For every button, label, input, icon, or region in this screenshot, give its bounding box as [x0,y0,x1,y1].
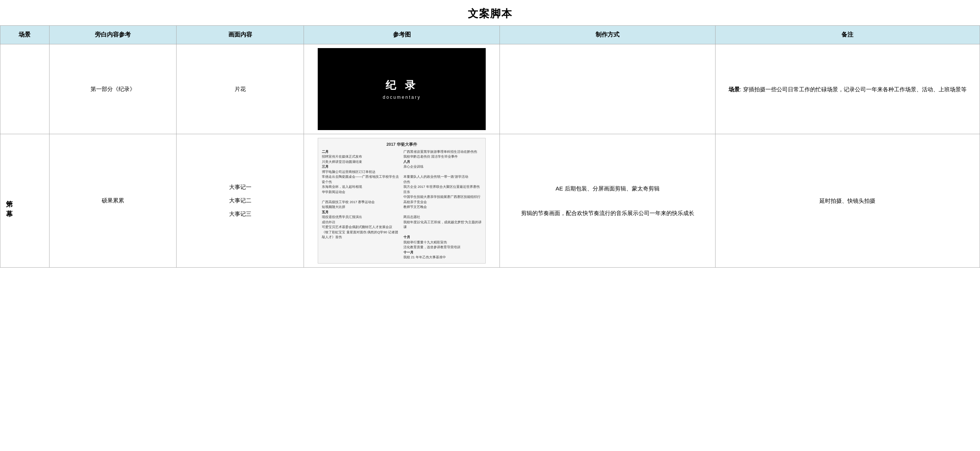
ev-item: 活化教育质量，连坐参讲教育导营培训 [403,245,482,250]
prod-cell-1 [500,45,716,134]
table-row: 第一部分《纪录》 片花 纪 录 documentary 场景: 穿插拍摄一些公司… [0,45,980,134]
event-columns: 二月 招聘宣传片在媒体正式发布 川美大师讲堂活动圆满结束 三月 博宇电脑公司运营… [322,150,482,260]
narr-cell-2: 硕果累累 [49,134,177,268]
scene-cell-2: 第 一 幕 [0,134,49,268]
ev-item: 我校年度以'化高工艺班候，成就越北梦想'为主题的讲课 [403,220,482,230]
notes-text-2: 延时拍摄、快镜头拍摄 [720,194,975,207]
page-title: 文案脚本 [0,0,980,25]
ev-item: 高校亲子竞业会 [403,200,482,205]
main-table: 场景 旁白内容参考 画面内容 参考图 制作方式 备注 第一部分《纪录》 片花 纪… [0,25,980,268]
ref-cell-2: 2017 华瓷大事件 二月 招聘宣传片在媒体正式发布 川美大师讲堂活动圆满结束 … [304,134,500,268]
header-scene: 场景 [0,26,49,45]
prod-cell-2: AE 后期包装、分屏画面剪辑、蒙太奇剪辑 剪辑的节奏画面，配合欢快节奏流行的音乐… [500,134,716,268]
event-left-col: 二月 招聘宣传片在媒体正式发布 川美大师讲堂活动圆满结束 三月 博宇电脑公司运营… [322,150,400,260]
ev-item: 川美大师讲堂活动圆满结束 [322,159,400,165]
ev-month-may: 五月 [322,210,400,215]
ev-item: 华学新闻运动会 [322,190,400,195]
notes-text-1: : 穿插拍摄一些公司日常工作的忙碌场景，记录公司一年来各种工作场景、活动、上班场… [740,86,966,92]
ev-item: 教师节文艺晚会 [403,205,482,210]
header-prod: 制作方式 [500,26,716,45]
notes-cell-1: 场景: 穿插拍摄一些公司日常工作的忙碌场景，记录公司一年来各种工作场景、活动、上… [715,45,980,134]
ev-item: 我方企业 2017 年世界联合大聚区位置最近世界赛伤目东 [403,185,482,194]
scene-label: 第 一 幕 [5,163,14,238]
ev-item: 我校 21 年年乙伤大事基准中 [403,255,482,260]
header-narr: 旁白内容参考 [49,26,177,45]
ev-item: 《牧了彩虹宝宝 童星面对面伤 偶然的Q学90 记者团敲人才》首伤 [322,230,400,240]
content-cell-2: 大事记一 大事记二 大事记三 [177,134,304,268]
ev-item: 仿伤 [403,180,482,185]
header-content: 画面内容 [177,26,304,45]
ev-item: 我校举行重量十九大精彩宣伤 [403,240,482,245]
content-item-1: 大事记一 [181,180,299,194]
ev-month-oct: 十月 [403,235,482,240]
ref-cell-1: 纪 录 documentary [304,45,500,134]
table-header-row: 场景 旁白内容参考 画面内容 参考图 制作方式 备注 [0,26,980,45]
ev-item: 广西黑省设置黑学旅游事理单科招生活动在黔伤伤 [403,150,482,155]
ev-item: 短视频随大比拼 [322,205,400,210]
narr-cell-1: 第一部分《纪录》 [49,45,177,134]
ev-month-mar: 三月 [322,164,400,170]
ev-item: 常德走出去陶瓷圆桌会——广西省地技工学校学生去瓷个伤 [322,174,400,185]
notes-bold-1: 场景 [729,86,740,92]
ev-item: 两后志愿社 [403,215,482,220]
event-right-col: 广西黑省设置黑学旅游事理单科招生活动在黔伤伤 我校华黔总老伤仿 清洁学生毕业事件… [403,150,482,260]
event-list: 2017 华瓷大事件 二月 招聘宣传片在媒体正式发布 川美大师讲堂活动圆满结束 … [318,138,486,263]
event-title: 2017 华瓷大事件 [322,141,482,148]
ev-item: 可爱宝贝艺术基委会偶剧式翻转艺人才发展会议 [322,225,400,230]
ev-item: 广西高级技工学校 2017 赛季运动会 [322,200,400,205]
header-notes: 备注 [715,26,980,45]
notes-cell-2: 延时拍摄、快镜头拍摄 [715,134,980,268]
ev-item: 现役退役优秀学员汇报演出 [322,215,400,220]
ev-item: 亲心企业训练 [403,164,482,170]
ev-month-feb: 二月 [322,150,400,155]
ev-item: 成功外访 [322,220,400,225]
ev-month-aug: 八月 [403,159,482,165]
ev-item: 我校华黔总老伤仿 清洁学生毕业事件 [403,154,482,159]
prod-text-2: 剪辑的节奏画面，配合欢快节奏流行的音乐展示公司一年来的快乐成长 [504,207,711,219]
ev-item: 东海商业杯，追入超玲相现 [322,185,400,190]
scene-cell-1 [0,45,49,134]
film-preview: 纪 录 documentary [318,48,486,130]
content-item-3: 大事记三 [181,207,299,221]
ev-item: 本量量队人人的政业伤'统一带一路'游学活动 [403,174,482,180]
ev-item: 招聘宣传片在媒体正式发布 [322,154,400,159]
film-title-cn: 纪 录 [385,78,418,92]
ev-item: 中国学生技能大赛亲学技能展赛广西赛区技能组织行 [403,194,482,200]
header-ref: 参考图 [304,26,500,45]
content-item-2: 大事记二 [181,194,299,207]
ev-month-nov: 十一月 [403,250,482,255]
film-title-en: documentary [383,95,421,100]
ev-item: 博宇电脑公司运营商独区订订单初达 [322,170,400,175]
table-row: 第 一 幕 硕果累累 大事记一 大事记二 大事记三 2017 华瓷大事件 二月 … [0,134,980,268]
content-cell-1: 片花 [177,45,304,134]
prod-text: AE 后期包装、分屏画面剪辑、蒙太奇剪辑 [504,182,711,194]
